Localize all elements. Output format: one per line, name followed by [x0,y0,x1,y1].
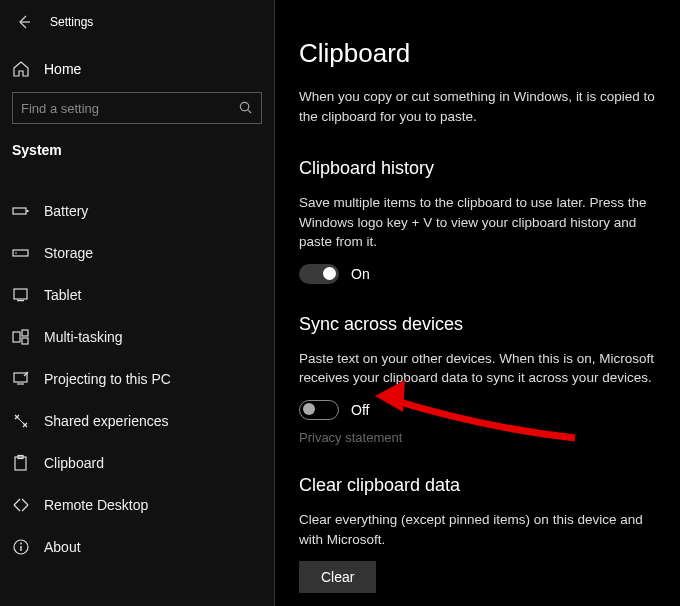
section-desc: Paste text on your other devices. When t… [299,349,660,388]
home-icon [12,60,30,78]
search-input[interactable] [21,101,231,116]
sidebar-header: Settings [0,6,274,52]
main-content: Clipboard When you copy or cut something… [275,0,680,606]
search-box[interactable] [12,92,262,124]
section-clear-clipboard: Clear clipboard data Clear everything (e… [299,475,660,593]
sync-devices-toggle[interactable] [299,400,339,420]
sidebar-item-label: Shared experiences [44,413,169,429]
clipboard-icon [12,454,30,472]
sidebar-item-label: Battery [44,203,88,219]
multitasking-icon [12,328,30,346]
search-icon [238,100,253,115]
arrow-left-icon [16,14,32,30]
sidebar-item-battery[interactable]: Battery [0,190,274,232]
section-sync-devices: Sync across devices Paste text on your o… [299,314,660,445]
storage-icon [12,244,30,262]
section-desc: Clear everything (except pinned items) o… [299,510,660,549]
sidebar-item-label: About [44,539,81,555]
section-title: Sync across devices [299,314,660,335]
section-title: Clipboard history [299,158,660,179]
sidebar-item-label: Remote Desktop [44,497,148,513]
section-desc: Save multiple items to the clipboard to … [299,193,660,252]
settings-title: Settings [50,15,93,29]
sidebar-item-clipboard[interactable]: Clipboard [0,442,274,484]
clipboard-history-toggle[interactable] [299,264,339,284]
back-button[interactable] [14,12,34,32]
sidebar-item-label: Storage [44,245,93,261]
svg-rect-8 [22,330,28,336]
home-label: Home [44,61,81,77]
projecting-icon [12,370,30,388]
section-title: Clear clipboard data [299,475,660,496]
sidebar-item-shared-experiences[interactable]: Shared experiences [0,400,274,442]
page-title: Clipboard [299,38,660,69]
sidebar-item-label: Multi-tasking [44,329,123,345]
toggle-label: Off [351,402,369,418]
svg-point-4 [15,252,17,254]
clear-button[interactable]: Clear [299,561,376,593]
sidebar-item-about[interactable]: About [0,526,274,568]
sidebar-item-remote-desktop[interactable]: Remote Desktop [0,484,274,526]
privacy-statement-link[interactable]: Privacy statement [299,430,660,445]
toggle-label: On [351,266,370,282]
section-clipboard-history: Clipboard history Save multiple items to… [299,158,660,284]
svg-rect-5 [14,289,27,299]
battery-icon [12,202,30,220]
sidebar-item-multitasking[interactable]: Multi-tasking [0,316,274,358]
svg-point-14 [20,543,22,545]
svg-rect-9 [22,338,28,344]
page-intro: When you copy or cut something in Window… [299,87,659,126]
shared-experiences-icon [12,412,30,430]
sidebar-item-storage[interactable]: Storage [0,232,274,274]
home-nav[interactable]: Home [0,52,274,92]
nav-list: Battery Storage Tablet Multi-tasking [0,190,274,568]
about-icon [12,538,30,556]
sidebar-item-label: Tablet [44,287,81,303]
current-section-label: System [0,138,274,176]
sidebar-item-projecting[interactable]: Projecting to this PC [0,358,274,400]
sidebar-item-label: Clipboard [44,455,104,471]
sidebar-item-label: Projecting to this PC [44,371,171,387]
sidebar: Settings Home System [0,0,275,606]
svg-point-0 [240,102,248,110]
remote-desktop-icon [12,496,30,514]
svg-rect-6 [17,300,24,301]
svg-rect-1 [13,208,26,214]
tablet-icon [12,286,30,304]
svg-rect-7 [13,332,20,342]
sidebar-item-tablet[interactable]: Tablet [0,274,274,316]
svg-rect-2 [27,210,29,212]
